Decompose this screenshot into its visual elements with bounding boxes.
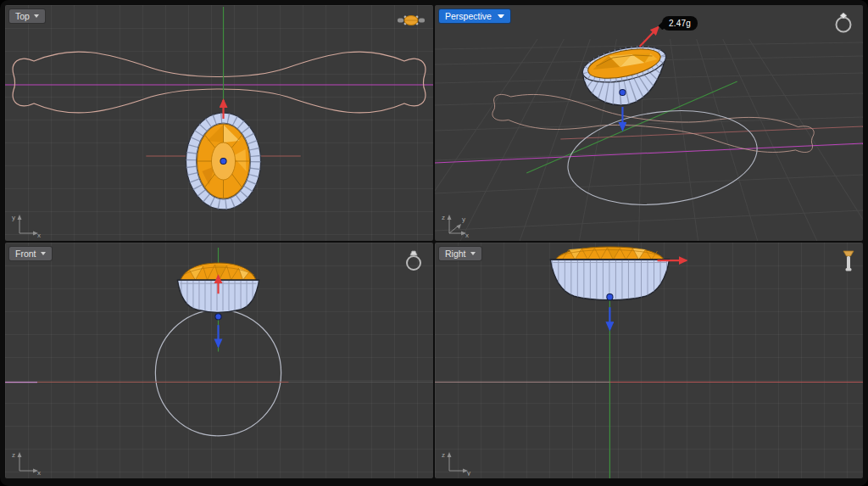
oval-gem-side-view[interactable] (555, 247, 664, 260)
axis-label-vertical: z (442, 451, 445, 459)
chevron-down-icon[interactable] (470, 252, 476, 255)
axis-label-depth: y (462, 215, 465, 223)
ring-top-view-icon (397, 11, 426, 30)
chevron-down-icon[interactable] (498, 14, 504, 18)
viewport-label-right[interactable]: Right (438, 246, 482, 261)
axis-label-vertical: z (442, 214, 445, 221)
gumball-arrow-red[interactable] (639, 27, 658, 47)
ring-side-view-icon (842, 249, 855, 274)
viewport-label-text: Perspective (445, 11, 492, 21)
axis-gadget: y x (9, 209, 43, 238)
gumball-center-dot[interactable] (620, 89, 626, 95)
ring-front-view-icon (402, 249, 426, 272)
viewport-top[interactable]: Top y x (5, 5, 433, 241)
axis-label-horizontal: y (467, 469, 470, 476)
axis-gadget: z x y (439, 209, 473, 238)
shank-outline-curve[interactable] (13, 52, 426, 113)
viewport-label-front[interactable]: Front (8, 246, 53, 261)
viewport-right[interactable]: Right z y (435, 243, 863, 478)
weight-annotation: 2.47g (662, 16, 698, 31)
cad-workspace: Top y x (0, 0, 868, 486)
axis-label-vertical: y (12, 214, 15, 221)
axis-label-horizontal: x (37, 232, 41, 238)
ring-perspective-view-icon (832, 11, 855, 35)
axis-label-horizontal: x (465, 232, 469, 238)
viewport-label-top[interactable]: Top (8, 8, 46, 24)
viewport-label-text: Top (15, 11, 30, 21)
construction-line-magenta[interactable] (435, 143, 863, 163)
gumball-center-dot[interactable] (220, 158, 226, 164)
viewport-label-text: Front (15, 249, 36, 259)
viewport-label-perspective[interactable]: Perspective (438, 8, 511, 24)
construction-line-red[interactable] (560, 126, 863, 139)
axis-label-horizontal: x (37, 469, 41, 476)
viewport-label-text: Right (445, 249, 466, 259)
axis-label-vertical: z (12, 451, 15, 459)
axis-gadget: z y (439, 447, 473, 476)
gumball-center-dot[interactable] (215, 314, 221, 320)
chevron-down-icon[interactable] (34, 14, 39, 18)
gumball-center-dot[interactable] (607, 294, 613, 300)
chevron-down-icon[interactable] (41, 252, 46, 255)
axis-gadget: z x (9, 447, 43, 476)
viewport-perspective[interactable]: Perspective 2.47g z x y (435, 5, 863, 241)
viewport-front[interactable]: Front z x (5, 243, 433, 478)
